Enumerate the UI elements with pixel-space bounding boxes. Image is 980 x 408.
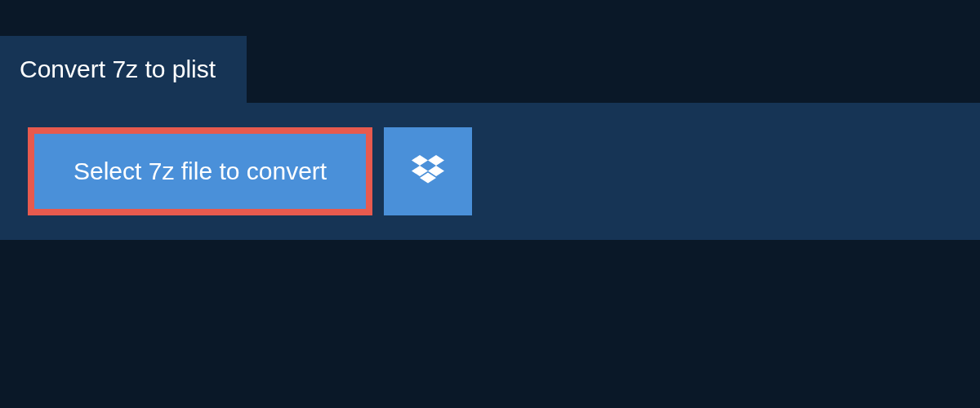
page-title: Convert 7z to plist <box>20 55 216 82</box>
button-row: Select 7z file to convert <box>28 127 959 215</box>
dropbox-icon <box>412 155 444 188</box>
dropbox-button[interactable] <box>384 127 472 215</box>
select-file-button[interactable]: Select 7z file to convert <box>28 127 372 215</box>
convert-panel: Select 7z file to convert <box>0 103 980 240</box>
select-file-label: Select 7z file to convert <box>74 157 327 185</box>
page-title-tab: Convert 7z to plist <box>0 36 247 103</box>
